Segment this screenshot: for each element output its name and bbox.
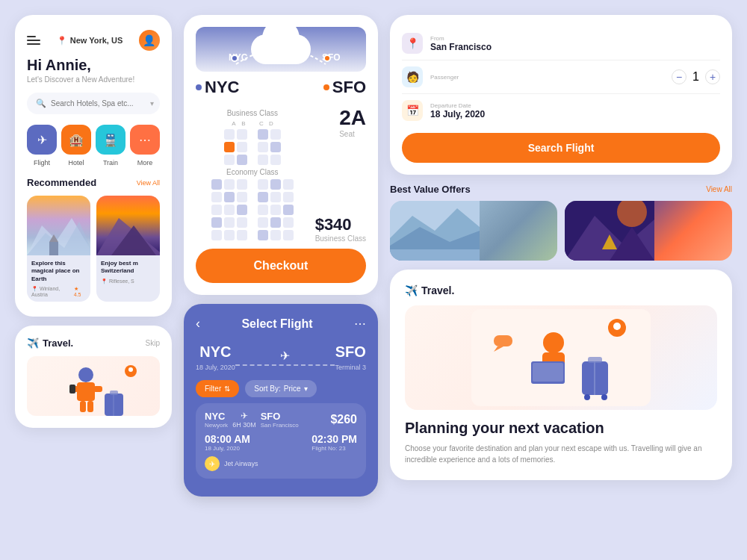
search-flight-button[interactable]: Search Flight [402, 133, 720, 163]
seat-ec2[interactable] [237, 192, 247, 202]
travel-logo-left: ✈️ Travel. [27, 337, 73, 349]
seat-ea3[interactable] [211, 205, 222, 215]
seat-a2[interactable] [224, 142, 235, 152]
plane-route-icon: ✈ [280, 349, 290, 363]
flight-to-city: SFO San Francisco [261, 411, 299, 429]
rec-card-1[interactable]: Explore this magical place on Earth 📍 Wi… [27, 196, 90, 302]
seat-ed1[interactable] [258, 179, 268, 190]
offer-card-lake[interactable] [390, 201, 557, 261]
travel-plane-icon: ✈️ [27, 337, 39, 349]
seat-eb2[interactable] [224, 192, 235, 202]
seat-ec4[interactable] [237, 217, 247, 228]
svg-point-42 [601, 394, 607, 400]
calendar-form-icon: 📅 [402, 100, 423, 121]
booking-card: 📍 From San Francisco 🧑 Passenger − 1 + [390, 15, 732, 175]
sort-button[interactable]: Sort By: Price ▾ [245, 380, 316, 397]
svg-point-22 [324, 55, 330, 61]
seat-eb3[interactable] [224, 205, 235, 215]
seat-ee1[interactable] [270, 179, 281, 190]
passenger-increase-button[interactable]: + [705, 69, 720, 84]
seat-ed2[interactable] [258, 192, 268, 202]
seat-row-b3 [196, 155, 309, 165]
svg-rect-2 [49, 242, 58, 255]
search-input[interactable] [51, 99, 146, 108]
passenger-form-icon: 🧑 [402, 66, 423, 87]
seat-ea4[interactable] [211, 217, 222, 228]
from-city-full: Newyork [205, 422, 228, 429]
flight-number: Flight No: 23 [311, 445, 357, 452]
seat-ea2[interactable] [211, 192, 222, 202]
seat-d3[interactable] [270, 155, 281, 165]
planning-desc: Choose your favorite destination and pla… [405, 443, 717, 465]
filter-button[interactable]: Filter ⇅ [196, 380, 239, 397]
categories: ✈ Flight 🏨 Hotel 🚆 Train ⋯ More [27, 125, 160, 167]
rec-card-img-2 [96, 196, 160, 255]
rec-card-2[interactable]: Enjoy best m Switzerland 📍 Riflesee, S [96, 196, 160, 302]
seat-ef3[interactable] [283, 205, 294, 215]
to-city: SFO [323, 78, 366, 97]
seat-ef1[interactable] [283, 179, 294, 190]
offer-card-mountain[interactable] [565, 201, 732, 261]
seat-ea5[interactable] [211, 230, 222, 240]
from-label: From [430, 35, 720, 42]
view-all-best-value[interactable]: View All [706, 185, 732, 193]
seat-ee5[interactable] [270, 230, 281, 240]
seat-ed3[interactable] [258, 205, 268, 215]
seat-c3[interactable] [258, 155, 268, 165]
travel-logo-text: Travel. [43, 337, 73, 349]
greeting-title: Hi Annie, [27, 57, 160, 74]
flight-list-item[interactable]: NYC Newyork ✈ 6H 30M SFO San Francisco $… [196, 403, 366, 479]
seat-ec5[interactable] [237, 230, 247, 240]
seat-row-e1 [196, 179, 309, 190]
seat-b1[interactable] [237, 129, 247, 140]
hamburger-icon[interactable] [27, 36, 40, 45]
filter-row: Filter ⇅ Sort By: Price ▾ [196, 380, 366, 397]
category-flight[interactable]: ✈ Flight [27, 125, 57, 167]
planning-title: Planning your next vacation [405, 419, 717, 437]
seat-eb1[interactable] [224, 179, 235, 190]
plane-small-icon: ✈ [232, 411, 256, 421]
more-options-icon[interactable]: ⋯ [354, 317, 366, 331]
svg-rect-46 [494, 335, 512, 346]
rec-card-info-2: Enjoy best m Switzerland 📍 Riflesee, S [96, 255, 160, 289]
seat-d1[interactable] [270, 129, 281, 140]
location-badge: 📍 New York, US [57, 36, 123, 46]
seat-b2[interactable] [237, 142, 247, 152]
seat-ec3[interactable] [237, 205, 247, 215]
seat-c2[interactable] [258, 142, 268, 152]
category-hotel[interactable]: 🏨 Hotel [61, 125, 91, 167]
seat-ef2[interactable] [283, 192, 294, 202]
view-all-link[interactable]: View All [137, 179, 160, 187]
checkout-button[interactable]: Checkout [196, 249, 366, 283]
back-button[interactable]: ‹ [196, 316, 200, 332]
rec-card-title-1: Explore this magical place on Earth [31, 260, 86, 283]
seat-ee4[interactable] [270, 217, 281, 228]
seat-ec1[interactable] [237, 179, 247, 190]
seat-a3[interactable] [224, 155, 235, 165]
seat-d2[interactable] [270, 142, 281, 152]
seat-ed4[interactable] [258, 217, 268, 228]
arrival-stop: SFO Terminal 3 [335, 343, 366, 371]
seat-eb4[interactable] [224, 217, 235, 228]
travel-card-left: ✈️ Travel. Skip [15, 326, 172, 428]
passenger-decrease-button[interactable]: − [672, 69, 686, 84]
seat-c1[interactable] [258, 129, 268, 140]
seat-ed5[interactable] [258, 230, 268, 240]
seat-ee3[interactable] [270, 205, 281, 215]
seat-ef4[interactable] [283, 217, 294, 228]
category-more[interactable]: ⋯ More [130, 125, 160, 167]
seat-a1[interactable] [224, 129, 235, 140]
category-train[interactable]: 🚆 Train [96, 125, 125, 167]
travel-illustration-left [27, 356, 160, 416]
svg-point-21 [232, 55, 238, 61]
svg-rect-27 [390, 249, 480, 261]
search-bar[interactable]: 🔍 ▾ [27, 93, 160, 114]
seat-ef5[interactable] [283, 230, 294, 240]
seat-map-card: NYC SFO ✈ NYC SFO [184, 15, 378, 295]
seat-eb5[interactable] [224, 230, 235, 240]
seat-b3[interactable] [237, 155, 247, 165]
seat-ea1[interactable] [211, 179, 222, 190]
departure-label: Departure Date [430, 102, 720, 109]
skip-button[interactable]: Skip [146, 339, 160, 347]
seat-ee2[interactable] [270, 192, 281, 202]
